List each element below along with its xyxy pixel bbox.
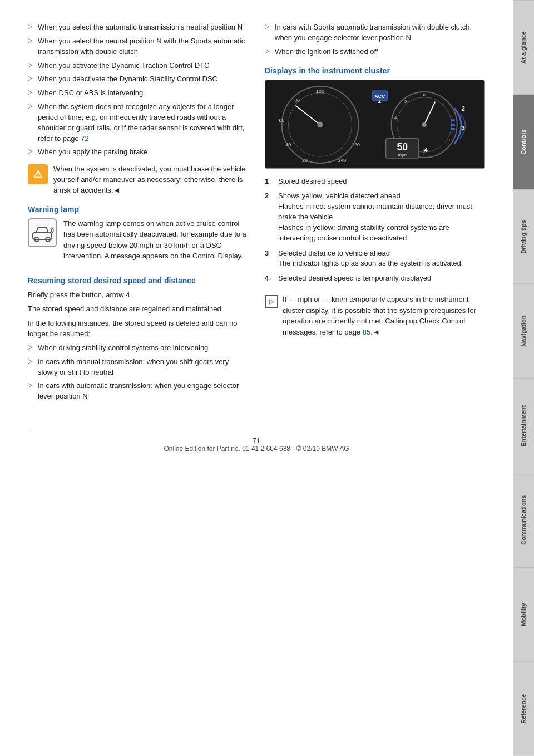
svg-text:5: 5 [404, 99, 407, 104]
sidebar-tab-controls[interactable]: Controls [513, 95, 534, 189]
bullet-item-5: When DSC or ABS is intervening [28, 88, 248, 99]
sidebar-tab-entertainment[interactable]: Entertainment [513, 378, 534, 473]
resuming-bullet-list: When driving stability control systems a… [28, 343, 248, 402]
car-cruise-icon [31, 223, 54, 243]
warning-lamp-text: The warning lamp comes on when active cr… [63, 218, 248, 262]
anno-text-3: Selected distance to vehicle ahead The i… [278, 248, 463, 269]
svg-rect-34 [451, 119, 455, 121]
info-arrow-icon: ▷ [265, 295, 278, 308]
info-text: If --- mph or --- km/h temporarily appea… [283, 294, 485, 337]
svg-text:2: 2 [462, 105, 465, 112]
warning-lamp-heading: Warning lamp [28, 205, 248, 214]
resuming-heading: Resuming stored desired speed and distan… [28, 276, 248, 285]
right-column: In cars with Sports automatic transmissi… [265, 22, 485, 408]
svg-text:50: 50 [397, 141, 408, 153]
annotation-4: 4 Selected desired speed is temporarily … [265, 273, 485, 284]
footer: 71 Online Edition for Part no. 01 41 2 6… [28, 430, 485, 453]
svg-text:6: 6 [423, 92, 426, 97]
anno-num-3: 3 [265, 248, 274, 259]
cluster-svg: 100 80 60 40 20 140 120 6 5 4 3 [265, 80, 484, 169]
svg-text:mph: mph [398, 153, 407, 158]
warning-box: ⚠ When the system is deactivated, you mu… [28, 164, 248, 196]
svg-point-24 [422, 122, 427, 127]
resuming-bullet-2: In cars with manual transmission: when y… [28, 357, 248, 378]
warning-text: When the system is deactivated, you must… [53, 164, 248, 196]
svg-text:1: 1 [448, 137, 451, 142]
svg-text:4: 4 [394, 115, 397, 120]
annotation-2: 2 Shows yellow: vehicle detected ahead F… [265, 191, 485, 243]
svg-rect-0 [33, 233, 52, 239]
warning-lamp-box: The warning lamp comes on when active cr… [28, 218, 248, 265]
svg-text:60: 60 [279, 117, 285, 123]
right-bullet-2: When the ignition is switched off [265, 47, 485, 57]
bullet-item-6: When the system does not recognize any o… [28, 102, 248, 144]
sidebar-tab-communications[interactable]: Communications [513, 473, 534, 567]
warning-triangle-icon: ⚠ [28, 164, 48, 184]
resuming-bullet-1: When driving stability control systems a… [28, 343, 248, 354]
sidebar-tab-driving-tips[interactable]: Driving tips [513, 189, 534, 284]
cluster-heading: Displays in the instrument cluster [265, 66, 485, 75]
bullet-item-1: When you select the automatic transmissi… [28, 22, 248, 33]
resuming-para1: Briefly press the button, arrow 4. [28, 289, 248, 301]
svg-rect-36 [451, 127, 455, 130]
anno-text-4: Selected desired speed is temporarily di… [278, 273, 431, 284]
anno-num-4: 4 [265, 273, 274, 284]
svg-text:4: 4 [424, 146, 428, 153]
sidebar-tab-navigation[interactable]: Navigation [513, 283, 534, 378]
bullet-item-7: When you apply the parking brake [28, 147, 248, 158]
anno-num-2: 2 [265, 191, 274, 202]
bullet-item-4: When you deactivate the Dynamic Stabilit… [28, 74, 248, 85]
warning-lamp-icon [28, 218, 57, 247]
right-bullet-list: In cars with Sports automatic transmissi… [265, 22, 485, 57]
instrument-cluster-image: 100 80 60 40 20 140 120 6 5 4 3 [265, 80, 485, 169]
ref-link-85[interactable]: 85 [363, 328, 370, 336]
anno-num-1: 1 [265, 176, 274, 187]
annotation-3: 3 Selected distance to vehicle ahead The… [265, 248, 485, 269]
anno-text-2: Shows yellow: vehicle detected ahead Fla… [278, 191, 485, 243]
resuming-para3: In the following instances, the stored s… [28, 318, 248, 340]
page-number: 71 [253, 437, 260, 445]
ref-link-72[interactable]: 72 [81, 134, 88, 143]
left-column: When you select the automatic transmissi… [28, 22, 248, 408]
sidebar-tab-at-a-glance[interactable]: At a glance [513, 0, 534, 95]
sidebar-tab-mobility[interactable]: Mobility [513, 567, 534, 662]
svg-point-14 [318, 122, 323, 127]
bullet-item-2: When you select the neutral position N w… [28, 36, 248, 57]
svg-text:ACC: ACC [374, 93, 385, 99]
deactivation-bullet-list: When you select the automatic transmissi… [28, 22, 248, 158]
svg-text:100: 100 [316, 88, 324, 94]
anno-text-1: Stored desired speed [278, 176, 347, 187]
svg-text:40: 40 [285, 142, 291, 148]
svg-text:20: 20 [302, 158, 308, 163]
right-bullet-1: In cars with Sports automatic transmissi… [265, 22, 485, 43]
main-content: When you select the automatic transmissi… [0, 0, 513, 724]
svg-rect-35 [451, 124, 455, 126]
svg-text:120: 120 [352, 142, 360, 148]
annotation-1: 1 Stored desired speed [265, 176, 485, 187]
resuming-para2: The stored speed and distance are regain… [28, 303, 248, 315]
info-box: ▷ If --- mph or --- km/h temporarily app… [265, 294, 485, 341]
sidebar-tab-reference[interactable]: Reference [513, 661, 534, 756]
resuming-bullet-3: In cars with automatic transmission: whe… [28, 381, 248, 402]
sidebar: At a glance Controls Driving tips Naviga… [513, 0, 534, 756]
svg-text:80: 80 [294, 97, 300, 102]
svg-text:140: 140 [338, 158, 347, 163]
copyright-text: Online Edition for Part no. 01 41 2 604 … [164, 445, 349, 453]
bullet-item-3: When you activate the Dynamic Traction C… [28, 61, 248, 71]
